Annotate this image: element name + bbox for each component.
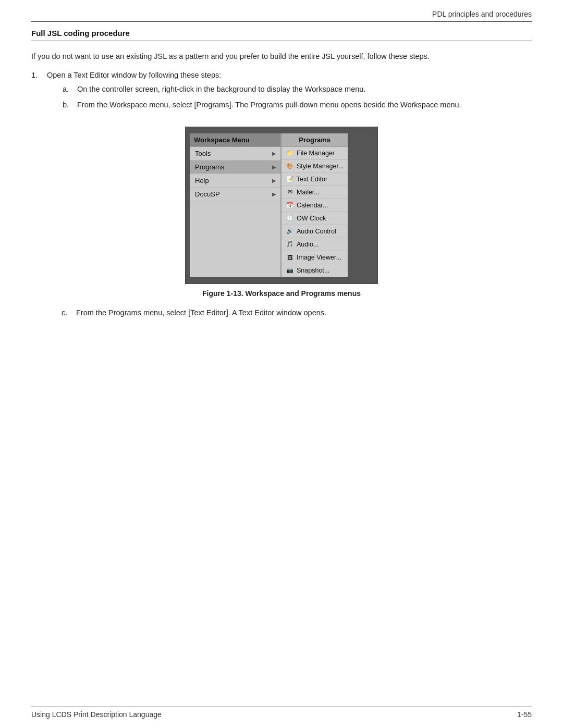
program-audio-control[interactable]: 🔊 Audio Control [282,225,348,238]
page-header: PDL principles and procedures [31,9,532,22]
footer-right: 1-55 [517,710,532,719]
program-audio[interactable]: 🎵 Audio... [282,238,348,251]
audio-label: Audio... [297,241,319,248]
sub-step-a: a. On the controller screen, right-click… [63,83,461,95]
sub-step-c-text: From the Programs menu, select [Text Edi… [76,307,326,318]
step-1-number: 1. [31,69,43,115]
ow-clock-label: OW Clock [297,215,326,222]
main-content: Full JSL coding procedure If you do not … [31,29,532,699]
programs-menu-title: Programs [282,133,348,147]
image-viewer-icon: 🖼 [286,253,294,262]
step-1: 1. Open a Text Editor window by followin… [31,69,532,115]
program-calendar[interactable]: 📅 Calendar... [282,199,348,212]
program-mailer[interactable]: ✉ Mailer... [282,186,348,199]
calendar-label: Calendar... [297,202,328,209]
menu-item-tools[interactable]: Tools ▶ [190,147,280,161]
program-file-manager[interactable]: 📁 File Manager [282,147,348,160]
screenshot: Workspace Menu Tools ▶ Programs ▶ Help ▶ [185,127,378,284]
menu-item-docusp-label: DocuSP [195,190,220,198]
menu-item-programs-label: Programs [195,163,224,171]
style-manager-icon: 🎨 [286,162,294,170]
section-heading: Full JSL coding procedure [31,29,532,41]
program-snapshot[interactable]: 📷 Snapshot... [282,264,348,277]
program-style-manager[interactable]: 🎨 Style Manager... [282,160,348,173]
screenshot-content: Workspace Menu Tools ▶ Programs ▶ Help ▶ [186,127,352,283]
program-image-viewer[interactable]: 🖼 Image Viewer... [282,251,348,264]
tools-arrow-icon: ▶ [272,151,276,156]
program-ow-clock[interactable]: 🕐 OW Clock [282,212,348,225]
footer-left: Using LCDS Print Description Language [31,710,162,719]
menu-item-docusp[interactable]: DocuSP ▶ [190,188,280,201]
page-footer: Using LCDS Print Description Language 1-… [31,707,532,719]
menu-item-help[interactable]: Help ▶ [190,174,280,188]
audio-icon: 🎵 [286,240,294,249]
program-text-editor[interactable]: 📝 Text Editor [282,173,348,186]
programs-menu-panel: Programs 📁 File Manager 🎨 Style Manager.… [281,133,348,277]
section-title: Full JSL coding procedure [31,29,532,38]
calendar-icon: 📅 [286,201,294,209]
audio-control-icon: 🔊 [286,227,294,236]
style-manager-label: Style Manager... [297,163,344,170]
main-steps-list: 1. Open a Text Editor window by followin… [31,69,532,115]
snapshot-icon: 📷 [286,266,294,275]
intro-paragraph: If you do not want to use an existing JS… [31,51,532,62]
menu-item-tools-label: Tools [195,150,211,157]
mailer-icon: ✉ [286,188,294,196]
sub-step-a-letter: a. [63,83,73,95]
step-1-text: Open a Text Editor window by following t… [47,71,221,79]
text-editor-icon: 📝 [286,175,294,183]
sub-step-c-list: c. From the Programs menu, select [Text … [62,307,532,318]
ow-clock-icon: 🕐 [286,214,294,223]
sub-step-b-letter: b. [63,99,73,110]
sub-steps-list: a. On the controller screen, right-click… [63,83,461,111]
sub-step-c-letter: c. [62,307,72,318]
sub-step-a-text: On the controller screen, right-click in… [77,83,365,95]
programs-arrow-icon: ▶ [272,164,276,170]
header-title: PDL principles and procedures [432,10,532,18]
mailer-label: Mailer... [297,189,320,196]
sub-step-b-text: From the Workspace menu, select [Program… [77,99,461,110]
sub-step-b: b. From the Workspace menu, select [Prog… [63,99,461,110]
docusp-arrow-icon: ▶ [272,191,276,197]
audio-control-label: Audio Control [297,228,336,235]
sub-step-c: c. From the Programs menu, select [Text … [62,307,532,318]
menu-item-programs[interactable]: Programs ▶ [190,161,280,174]
text-editor-label: Text Editor [297,176,327,183]
workspace-menu-title: Workspace Menu [190,133,280,147]
figure-container: Workspace Menu Tools ▶ Programs ▶ Help ▶ [31,127,532,298]
snapshot-label: Snapshot... [297,267,329,274]
figure-caption: Figure 1-13. Workspace and Programs menu… [202,289,361,298]
file-manager-label: File Manager [297,150,335,157]
workspace-menu-panel: Workspace Menu Tools ▶ Programs ▶ Help ▶ [190,133,281,277]
image-viewer-label: Image Viewer... [297,254,341,261]
help-arrow-icon: ▶ [272,178,276,183]
file-manager-icon: 📁 [286,149,294,157]
menu-item-help-label: Help [195,177,209,184]
